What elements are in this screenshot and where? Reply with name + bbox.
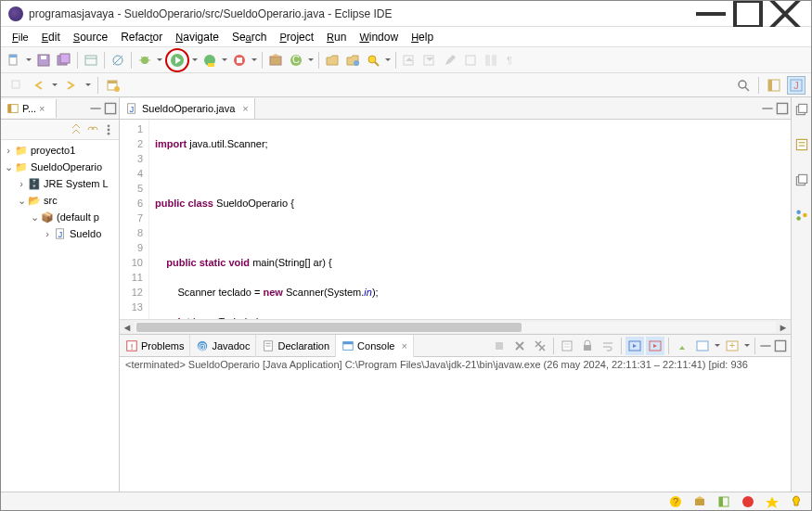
- tree-default-package[interactable]: ⌄📦(default p: [3, 209, 117, 225]
- menu-refactor[interactable]: Refactor: [115, 29, 168, 45]
- remove-all-button[interactable]: [531, 337, 549, 355]
- pane-maximize-button[interactable]: [104, 102, 117, 115]
- maximize-button[interactable]: [729, 1, 767, 27]
- tab-declaration[interactable]: Declaration: [256, 335, 336, 357]
- code-editor[interactable]: 123 456 789 101112 13 import java.util.S…: [120, 120, 791, 319]
- toggle-block-button[interactable]: [482, 51, 500, 70]
- skip-breakpoints-button[interactable]: [109, 51, 127, 70]
- editor-horizontal-scrollbar[interactable]: ◄►: [120, 319, 791, 334]
- restore-icon[interactable]: [793, 101, 810, 118]
- word-wrap-button[interactable]: [599, 337, 617, 355]
- toggle-breadcrumb-button[interactable]: [82, 51, 100, 70]
- nav-forward-button[interactable]: [62, 76, 81, 95]
- toggle-mark-button[interactable]: [461, 51, 480, 70]
- nav-back-button[interactable]: [29, 76, 47, 95]
- new-java-class-button[interactable]: C: [287, 51, 305, 70]
- overview-icon[interactable]: [741, 494, 755, 509]
- tree-project-proyecto1[interactable]: ›📁proyecto1: [3, 142, 117, 159]
- run-button[interactable]: [168, 51, 187, 70]
- collapse-all-button[interactable]: [69, 122, 84, 137]
- bottom-maximize-button[interactable]: [774, 339, 787, 352]
- coverage-button[interactable]: [200, 51, 219, 70]
- package-explorer-tab[interactable]: P... ×: [1, 99, 57, 118]
- menu-source[interactable]: Source: [68, 29, 113, 45]
- open-type-button[interactable]: [323, 51, 342, 70]
- next-annotation-button[interactable]: [420, 51, 439, 70]
- display-console-dropdown[interactable]: [714, 341, 721, 350]
- console-output[interactable]: [120, 372, 791, 492]
- debug-dropdown[interactable]: [156, 56, 163, 64]
- open-task-button[interactable]: [343, 51, 362, 70]
- new-class-dropdown[interactable]: [307, 56, 315, 64]
- project-tree[interactable]: ›📁proyecto1 ⌄📁SueldoOperario ›🗄️JRE Syst…: [1, 140, 119, 492]
- access-search-button[interactable]: [734, 76, 753, 95]
- pane-minimize-button[interactable]: [89, 102, 102, 115]
- remove-launch-button[interactable]: [510, 337, 529, 355]
- open-console-button[interactable]: +: [723, 337, 741, 355]
- menu-project[interactable]: Project: [274, 29, 319, 45]
- tab-javadoc[interactable]: @ Javadoc: [190, 335, 256, 357]
- menu-window[interactable]: Window: [354, 29, 404, 45]
- debug-button[interactable]: [135, 51, 154, 70]
- line-gutter[interactable]: 123 456 789 101112 13: [120, 120, 149, 319]
- pin-console-button[interactable]: [673, 337, 691, 355]
- editor-minimize-button[interactable]: [761, 102, 774, 115]
- save-button[interactable]: [34, 51, 53, 70]
- outline-icon[interactable]: [793, 207, 810, 224]
- task-list-icon[interactable]: [793, 136, 810, 153]
- samples-icon[interactable]: [716, 494, 731, 509]
- menu-edit[interactable]: Edit: [36, 29, 66, 45]
- last-edit-button[interactable]: [441, 51, 459, 70]
- tip-icon[interactable]: ?: [668, 494, 683, 509]
- tips-bulb-icon[interactable]: [789, 494, 804, 509]
- close-tab-icon[interactable]: ×: [242, 103, 248, 114]
- show-console-on-err-button[interactable]: [646, 337, 664, 355]
- terminate-button[interactable]: [490, 337, 509, 355]
- minimize-button[interactable]: [692, 1, 729, 27]
- tree-java-file[interactable]: ›JSueldo: [3, 225, 117, 242]
- show-console-on-out-button[interactable]: [625, 337, 644, 355]
- run-dropdown[interactable]: [191, 56, 199, 64]
- tree-src-folder[interactable]: ⌄📂src: [3, 192, 117, 209]
- close-tab-icon[interactable]: ×: [39, 103, 50, 114]
- search-dropdown[interactable]: [384, 56, 392, 64]
- open-perspective-icon[interactable]: [765, 76, 783, 95]
- menu-help[interactable]: Help: [406, 29, 439, 45]
- open-perspective-button[interactable]: [104, 76, 122, 95]
- prev-annotation-button[interactable]: [400, 51, 419, 70]
- open-console-dropdown[interactable]: [743, 341, 751, 350]
- menu-file[interactable]: File: [6, 29, 34, 45]
- updates-icon[interactable]: [692, 494, 707, 509]
- tab-problems[interactable]: ! Problems: [120, 335, 190, 357]
- editor-maximize-button[interactable]: [776, 102, 789, 115]
- restore-icon-2[interactable]: [793, 172, 810, 188]
- java-perspective-icon[interactable]: J: [787, 76, 806, 95]
- tree-project-sueldooperario[interactable]: ⌄📁SueldoOperario: [3, 159, 117, 175]
- run-last-dropdown[interactable]: [251, 56, 258, 64]
- bottom-minimize-button[interactable]: [759, 339, 772, 352]
- nav-forward-dropdown[interactable]: [84, 81, 92, 89]
- coverage-dropdown[interactable]: [221, 56, 228, 64]
- pin-editor-button[interactable]: [6, 76, 25, 95]
- scroll-lock-button[interactable]: [578, 337, 597, 355]
- menu-search[interactable]: Search: [226, 29, 272, 45]
- save-all-button[interactable]: [55, 51, 73, 70]
- editor-tab-sueldooperario[interactable]: J SueldoOperario.java ×: [120, 98, 255, 119]
- close-button[interactable]: [767, 1, 804, 27]
- whatsnew-icon[interactable]: [765, 494, 780, 509]
- close-tab-icon[interactable]: ×: [401, 340, 406, 351]
- tree-jre-library[interactable]: ›🗄️JRE System L: [3, 175, 117, 192]
- view-menu-button[interactable]: [102, 122, 115, 137]
- nav-back-dropdown[interactable]: [51, 81, 58, 89]
- show-whitespace-button[interactable]: ¶: [502, 51, 521, 70]
- new-button[interactable]: [5, 51, 23, 70]
- new-java-package-button[interactable]: [266, 51, 285, 70]
- code-content[interactable]: import java.util.Scanner; public class S…: [149, 120, 791, 319]
- tab-console[interactable]: Console ×: [336, 335, 414, 357]
- search-button[interactable]: [364, 51, 382, 70]
- menu-run[interactable]: Run: [321, 29, 352, 45]
- display-console-button[interactable]: [693, 337, 712, 355]
- menu-navigate[interactable]: Navigate: [170, 29, 225, 45]
- link-editor-button[interactable]: [85, 122, 100, 137]
- new-dropdown[interactable]: [25, 56, 32, 64]
